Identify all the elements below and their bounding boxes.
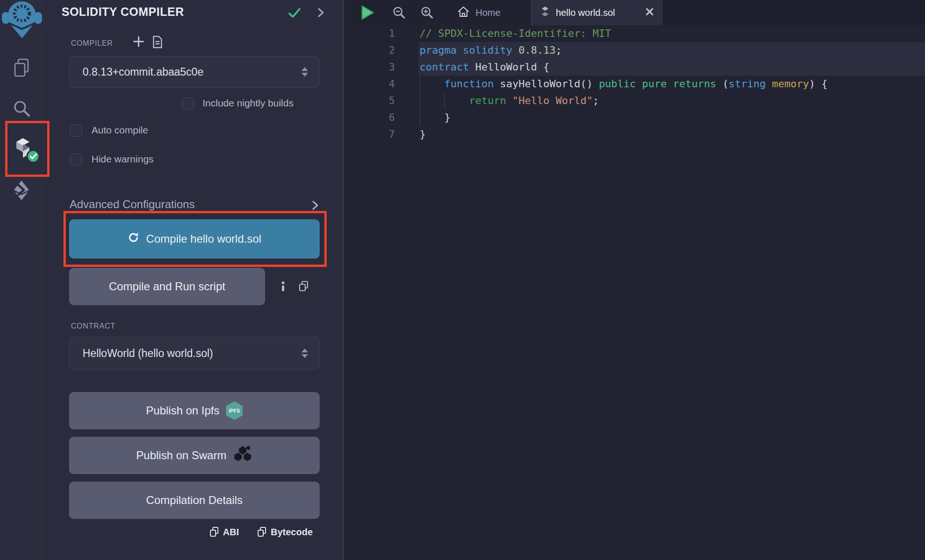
code-line[interactable]: 2pragma solidity 0.8.13;	[345, 42, 925, 59]
line-number: 1	[345, 25, 395, 42]
run-script-play-icon[interactable]	[359, 4, 376, 23]
activity-icon-bar	[0, 0, 44, 560]
tab-home[interactable]: Home	[448, 0, 509, 25]
compile-button-label: Compile hello world.sol	[146, 232, 261, 245]
tab-hello-world-sol[interactable]: hello world.sol	[532, 0, 663, 25]
compile-and-run-label: Compile and Run script	[109, 280, 225, 293]
refresh-icon	[127, 231, 140, 246]
contract-select[interactable]: HelloWorld (hello world.sol)	[69, 337, 320, 370]
remix-logo	[0, 0, 43, 42]
compiler-section-label: COMPILER	[71, 39, 113, 48]
add-compiler-icon[interactable]	[133, 35, 145, 49]
code-line[interactable]: 5 return "Hello World";	[345, 92, 925, 109]
line-number: 6	[345, 109, 395, 126]
code-line[interactable]: 4 function sayHelloWorld() public pure r…	[345, 76, 925, 92]
code-line[interactable]: 3contract HelloWorld {	[345, 59, 925, 76]
hide-warnings-checkbox[interactable]	[70, 154, 82, 166]
tab-bar-empty-space	[663, 0, 925, 25]
home-icon	[457, 5, 470, 21]
hide-warnings-label: Hide warnings	[91, 154, 154, 165]
info-icon[interactable]	[277, 280, 289, 294]
artifact-copy-row: ABI Bytecode	[69, 526, 313, 538]
line-number: 5	[345, 92, 395, 109]
advanced-chevron-icon[interactable]	[309, 200, 321, 213]
publish-swarm-button[interactable]: Publish on Swarm	[69, 437, 320, 474]
line-number: 4	[345, 76, 395, 92]
compiler-config-file-icon[interactable]	[151, 35, 163, 50]
compilation-details-label: Compilation Details	[146, 494, 243, 507]
remix-ide-window: SOLIDITY COMPILER COMPILER 0.8.13+commit…	[0, 0, 925, 560]
publish-ipfs-label: Publish on Ipfs	[146, 404, 219, 417]
select-caret-icon	[301, 349, 308, 358]
search-icon[interactable]	[11, 98, 32, 120]
deploy-and-run-icon[interactable]	[10, 179, 33, 203]
solidity-file-icon	[540, 6, 550, 20]
code-lines: 1// SPDX-License-Identifier: MIT2pragma …	[345, 25, 925, 143]
compiler-version-value: 0.8.13+commit.abaa5c0e	[83, 66, 301, 78]
zoom-out-icon[interactable]	[392, 6, 406, 21]
compile-success-badge-icon	[26, 149, 40, 165]
ipfs-icon: IPFS	[226, 401, 243, 420]
compilation-details-button[interactable]: Compilation Details	[69, 482, 320, 519]
tab-home-label: Home	[476, 7, 500, 18]
line-number: 3	[345, 59, 395, 76]
line-number: 2	[345, 42, 395, 59]
auto-compile-checkbox[interactable]	[70, 125, 82, 137]
compile-button[interactable]: Compile hello world.sol	[69, 219, 320, 259]
include-nightly-checkbox[interactable]	[182, 98, 194, 110]
publish-swarm-label: Publish on Swarm	[136, 449, 226, 462]
copy-run-script-icon[interactable]	[298, 280, 309, 294]
code-text: function sayHelloWorld() public pure ret…	[420, 76, 827, 92]
panel-title: SOLIDITY COMPILER	[62, 5, 184, 19]
swarm-icon	[233, 445, 252, 466]
code-text: return "Hello World";	[420, 92, 599, 109]
code-line[interactable]: 6 }	[345, 109, 925, 126]
contract-section-label: CONTRACT	[71, 322, 115, 330]
code-text: }	[420, 109, 450, 126]
auto-compile-label: Auto compile	[91, 125, 148, 136]
line-number: 7	[345, 126, 395, 143]
copy-abi-label: ABI	[223, 527, 239, 538]
contract-select-value: HelloWorld (hello world.sol)	[83, 347, 301, 360]
solidity-compiler-panel: SOLIDITY COMPILER COMPILER 0.8.13+commit…	[45, 0, 344, 560]
copy-abi-button[interactable]: ABI	[209, 526, 239, 538]
editor-tab-bar: Home hello world.sol	[345, 0, 925, 25]
copy-bytecode-button[interactable]: Bytecode	[257, 526, 313, 538]
publish-ipfs-button[interactable]: Publish on Ipfs IPFS	[69, 392, 320, 429]
compiler-version-select[interactable]: 0.8.13+commit.abaa5c0e	[69, 56, 320, 88]
include-nightly-label: Include nightly builds	[203, 98, 294, 109]
code-text: contract HelloWorld {	[420, 59, 549, 76]
code-line[interactable]: 7}	[345, 126, 925, 143]
close-tab-icon[interactable]	[645, 7, 654, 19]
zoom-in-icon[interactable]	[420, 6, 434, 21]
code-text: }	[420, 126, 426, 143]
compile-and-run-button[interactable]: Compile and Run script	[69, 268, 265, 305]
select-caret-icon	[301, 67, 308, 77]
code-area[interactable]: 1// SPDX-License-Identifier: MIT2pragma …	[345, 25, 925, 560]
code-editor: Home hello world.sol	[345, 0, 925, 560]
code-text: // SPDX-License-Identifier: MIT	[420, 25, 611, 42]
code-line[interactable]: 1// SPDX-License-Identifier: MIT	[345, 25, 925, 42]
advanced-configurations-toggle[interactable]: Advanced Configurations	[70, 198, 195, 211]
file-explorer-icon[interactable]	[11, 57, 32, 81]
panel-chevron-right-icon[interactable]	[315, 7, 327, 21]
code-text: pragma solidity 0.8.13;	[420, 42, 562, 59]
compiled-check-icon	[287, 7, 301, 21]
copy-bytecode-label: Bytecode	[271, 527, 313, 538]
tab-file-label: hello world.sol	[556, 7, 639, 18]
